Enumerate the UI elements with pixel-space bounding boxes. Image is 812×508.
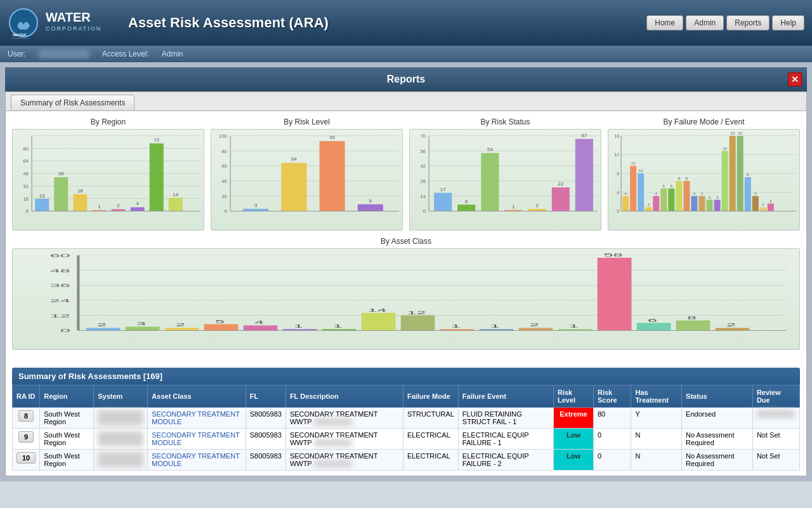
cell-ra-id: 9 — [13, 429, 40, 450]
svg-text:1: 1 — [512, 204, 515, 210]
col-region: Region — [40, 385, 94, 408]
svg-text:80: 80 — [23, 146, 29, 152]
charts-row-1: By Region 0 1 — [12, 117, 800, 231]
svg-rect-156 — [204, 324, 239, 331]
cell-fl: S8005983 — [246, 450, 285, 471]
svg-rect-18 — [35, 199, 49, 211]
chart-by-risk-status-wrapper: 0 14 28 42 56 70 17 6 — [409, 129, 601, 231]
svg-text:36: 36 — [58, 171, 64, 177]
svg-text:20: 20 — [730, 131, 735, 135]
svg-text:4: 4 — [617, 190, 619, 195]
col-failure-mode: Failure Mode — [403, 385, 458, 408]
cell-review-due: Not Set — [752, 450, 799, 471]
cell-region: South West Region — [40, 429, 94, 450]
ra-id-badge: 8 — [18, 410, 34, 422]
svg-text:80: 80 — [221, 149, 227, 154]
user-name — [39, 50, 89, 58]
cell-status: No Assessment Required — [682, 450, 753, 471]
svg-rect-110 — [676, 181, 682, 211]
user-bar: User: Access Level: Admin — [0, 46, 812, 62]
home-button[interactable]: Home — [646, 15, 683, 30]
svg-rect-50 — [281, 163, 306, 211]
svg-text:2: 2 — [535, 203, 539, 209]
cell-asset-class: SECONDARY TREATMENT MODULE — [148, 408, 246, 429]
svg-text:2: 2 — [176, 323, 185, 328]
svg-text:0: 0 — [423, 208, 426, 214]
svg-rect-22 — [73, 194, 87, 211]
svg-text:3: 3 — [716, 196, 719, 199]
col-review-due: Review Due — [752, 385, 799, 408]
col-status: Status — [682, 385, 753, 408]
svg-text:13: 13 — [39, 193, 45, 199]
svg-text:CORPORATION: CORPORATION — [46, 25, 102, 32]
svg-rect-132 — [760, 207, 766, 211]
svg-text:60: 60 — [50, 253, 70, 258]
svg-text:0: 0 — [225, 208, 228, 214]
table-section: Summary of Risk Assessments [169] RA ID … — [6, 363, 806, 476]
admin-button[interactable]: Admin — [686, 15, 724, 30]
svg-text:16: 16 — [723, 147, 727, 150]
svg-text:0: 0 — [60, 328, 70, 333]
svg-rect-96 — [622, 196, 629, 211]
svg-text:48: 48 — [50, 268, 70, 273]
svg-text:9: 9 — [369, 198, 372, 204]
cell-has-treatment: N — [631, 429, 682, 450]
help-button[interactable]: Help — [772, 15, 804, 30]
svg-text:20: 20 — [221, 194, 227, 199]
svg-rect-172 — [519, 328, 553, 330]
close-button[interactable]: ✕ — [788, 72, 802, 86]
cell-risk-score: 0 — [594, 429, 631, 450]
svg-text:40: 40 — [221, 178, 227, 184]
cell-failure-mode: ELECTRICAL — [403, 450, 458, 471]
svg-rect-74 — [481, 153, 499, 211]
cell-ra-id: 8 — [13, 408, 40, 429]
svg-text:60: 60 — [221, 163, 227, 169]
svg-rect-180 — [676, 321, 710, 331]
table-body: 8South West RegionSYSTEM NAMESECONDARY T… — [13, 408, 800, 471]
svg-rect-52 — [320, 141, 345, 211]
svg-rect-20 — [54, 177, 68, 211]
svg-rect-178 — [637, 323, 671, 331]
chart-by-failure-mode-wrapper: 0 4 8 12 16 4 12 10 — [608, 129, 800, 231]
reports-button[interactable]: Reports — [726, 15, 769, 30]
svg-rect-128 — [745, 177, 751, 211]
tab-summary-risk-assessments[interactable]: Summary of Risk Assessments — [11, 95, 134, 110]
chart-by-asset-class: By Asset Class 0 12 24 36 — [12, 237, 800, 350]
cell-fl-description: SECONDARY TREATMENT WWTP XXXXXXX — [285, 408, 403, 429]
svg-text:2: 2 — [97, 323, 107, 328]
svg-text:8: 8 — [678, 177, 681, 180]
logo-area: WATER CORPORATION WATER CORPORATION Asse… — [8, 7, 329, 39]
svg-rect-98 — [630, 166, 636, 211]
col-risk-level: Risk Level — [553, 385, 593, 408]
chart-by-risk-status: By Risk Status 0 14 28 42 — [409, 117, 601, 231]
svg-rect-124 — [730, 136, 736, 211]
cell-failure-event: FLUID RETAINING STRUCT FAIL - 1 — [458, 408, 553, 429]
svg-text:32: 32 — [23, 184, 29, 189]
col-fl: FL — [246, 385, 285, 408]
svg-text:2: 2 — [769, 199, 772, 203]
reports-header: Reports ✕ — [5, 67, 807, 91]
water-corporation-text-logo: WATER CORPORATION — [46, 10, 122, 36]
svg-text:64: 64 — [23, 158, 29, 164]
svg-text:0: 0 — [26, 208, 29, 214]
svg-rect-72 — [457, 204, 475, 211]
col-has-treatment: Has Treatment — [631, 385, 682, 408]
svg-text:48: 48 — [23, 171, 29, 177]
svg-text:1: 1 — [569, 324, 579, 329]
svg-text:2: 2 — [726, 323, 736, 328]
svg-text:1: 1 — [98, 204, 101, 210]
svg-rect-166 — [401, 316, 435, 331]
svg-text:42: 42 — [420, 163, 426, 169]
svg-text:64: 64 — [291, 156, 297, 162]
chart-by-failure-mode: By Failure Mode / Event 0 4 8 12 — [608, 117, 800, 231]
chart-by-risk-level: By Risk Level 0 20 40 60 — [211, 117, 403, 231]
svg-text:6: 6 — [671, 184, 673, 188]
cell-asset-class: SECONDARY TREATMENT MODULE — [148, 450, 246, 471]
svg-rect-104 — [653, 196, 659, 211]
svg-rect-164 — [362, 313, 396, 331]
cell-has-treatment: Y — [631, 408, 682, 429]
app-title: Asset Risk Assessment (ARA) — [128, 15, 329, 31]
svg-text:16: 16 — [23, 196, 29, 202]
svg-rect-80 — [552, 187, 570, 211]
cell-system: SYSTEM NAME — [94, 408, 148, 429]
